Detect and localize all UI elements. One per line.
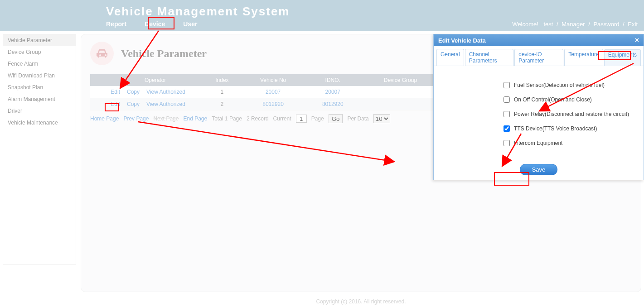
welcome-user: test: [543, 21, 553, 28]
col-device-group: Device Group: [360, 74, 441, 86]
view-authorized-link[interactable]: View Authorized: [146, 101, 185, 107]
tab-equipments[interactable]: Equipments: [604, 49, 641, 66]
onoff-control-label: On Off Control(Open and Close): [514, 96, 592, 103]
exit-link[interactable]: Exit: [628, 21, 638, 28]
edit-link[interactable]: Edit: [111, 101, 120, 107]
power-relay-label: Power Relay(Disconnect and restore the c…: [514, 111, 629, 117]
pager-perdata-select[interactable]: 10: [373, 114, 390, 123]
password-link[interactable]: Password: [593, 21, 619, 28]
cell-vehicle-no[interactable]: 20007: [266, 89, 281, 95]
cell-idno[interactable]: 20007: [325, 89, 340, 95]
pager-next[interactable]: Next Page: [153, 115, 179, 122]
tab-temperature[interactable]: Temperature: [564, 49, 603, 66]
onoff-control-checkbox[interactable]: [504, 96, 510, 103]
pager-perdata-label: Per Data: [347, 115, 368, 122]
footer: Copyright (c) 2016. All right reserved.: [81, 298, 641, 305]
close-icon[interactable]: ×: [635, 37, 639, 44]
col-idno: IDNO.: [305, 74, 360, 86]
pager-prev[interactable]: Prev Page: [123, 115, 149, 122]
fuel-sensor-label: Fuel Sensor(Detection of vehicle fuel): [514, 82, 605, 88]
cell-device-group: [360, 98, 441, 110]
view-authorized-link[interactable]: View Authorized: [146, 89, 185, 95]
pager-page-label: Page: [311, 115, 324, 122]
page-title: Vehicle Parameter: [121, 48, 207, 60]
welcome-bar: Welcome! test / Manager / Password / Exi…: [510, 21, 639, 28]
sidebar-item-driver[interactable]: Driver: [3, 105, 76, 117]
cell-index: 2: [203, 98, 241, 110]
pager-current-input[interactable]: [296, 115, 307, 123]
fuel-sensor-checkbox[interactable]: [504, 82, 510, 88]
cell-index: 1: [203, 86, 241, 98]
pager-total: Total 1 Page: [212, 115, 242, 122]
dialog-title: Edit Vehicle Data: [438, 37, 486, 44]
sidebar-item-snapshot-plan[interactable]: Snapshot Plan: [3, 82, 76, 93]
pager-go-button[interactable]: [329, 114, 343, 123]
sidebar-item-vehicle-maintenance[interactable]: Vehicle Maintenance: [3, 117, 76, 129]
intercom-checkbox[interactable]: [504, 140, 510, 146]
cell-device-group: [360, 86, 441, 98]
cell-idno[interactable]: 8012920: [322, 101, 344, 107]
welcome-label: Welcome!: [512, 21, 538, 28]
tts-device-checkbox[interactable]: [504, 125, 510, 132]
cell-vehicle-no[interactable]: 8012920: [262, 101, 284, 107]
sidebar-item-wifi-download-plan[interactable]: Wifi Download Plan: [3, 70, 76, 82]
tab-channel-parameters[interactable]: Channel Parameters: [465, 49, 514, 66]
power-relay-checkbox[interactable]: [504, 111, 510, 117]
intercom-label: Intercom Equipment: [514, 140, 562, 146]
sidebar: Vehicle Parameter Device Group Fence Ala…: [3, 34, 76, 265]
save-button[interactable]: Save: [520, 164, 558, 175]
app-header: Vehicle Management System Report Device …: [0, 0, 644, 31]
sidebar-item-alarm-management[interactable]: Alarm Management: [3, 93, 76, 105]
welcome-role[interactable]: Manager: [562, 21, 585, 28]
tab-general[interactable]: General: [436, 49, 464, 66]
copy-link[interactable]: Copy: [127, 89, 140, 95]
edit-link[interactable]: Edit: [111, 89, 120, 95]
pager-end[interactable]: End Page: [183, 115, 207, 122]
col-operator: Operator: [90, 74, 203, 86]
sidebar-item-device-group[interactable]: Device Group: [3, 46, 76, 58]
pager-current-label: Current: [273, 115, 291, 122]
pager-home[interactable]: Home Page: [90, 115, 119, 122]
sidebar-item-vehicle-parameter[interactable]: Vehicle Parameter: [3, 34, 76, 46]
copy-link[interactable]: Copy: [127, 101, 140, 107]
nav-report[interactable]: Report: [106, 20, 126, 28]
sidebar-item-fence-alarm[interactable]: Fence Alarm: [3, 58, 76, 70]
col-vehicle-no: Vehicle No: [241, 74, 305, 86]
col-index: Index: [203, 74, 241, 86]
tab-device-io-parameter[interactable]: device-IO Parameter: [514, 49, 563, 66]
app-title: Vehicle Management System: [0, 0, 644, 20]
edit-vehicle-dialog: Edit Vehicle Data × General Channel Para…: [433, 34, 644, 180]
tts-device-label: TTS Device(TTS Voice Broadcast): [514, 125, 597, 132]
pager-records: 2 Record: [247, 115, 269, 122]
nav-device[interactable]: Device: [145, 20, 165, 28]
car-icon: [90, 42, 114, 65]
nav-user[interactable]: User: [183, 20, 197, 28]
